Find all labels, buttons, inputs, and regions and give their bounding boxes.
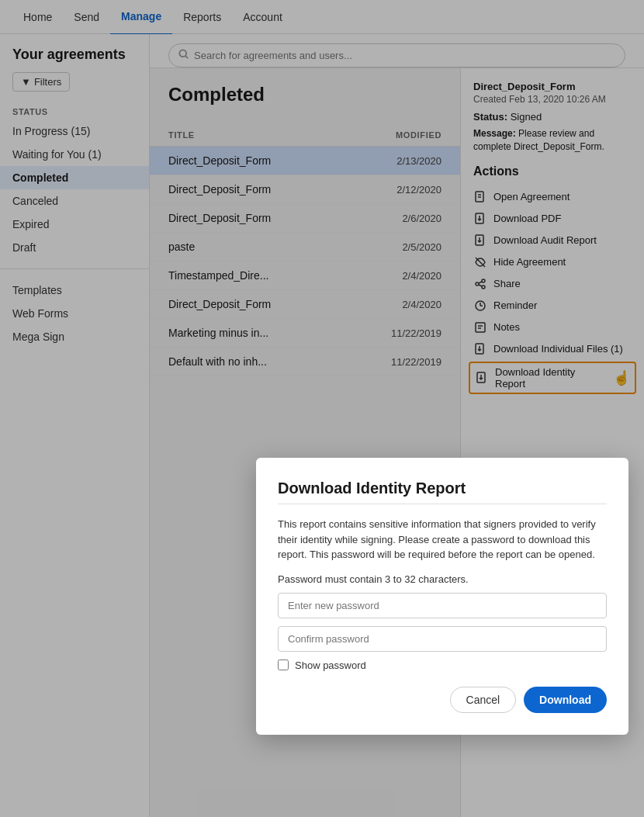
show-password-checkbox[interactable]	[278, 659, 289, 670]
cancel-button[interactable]: Cancel	[450, 687, 517, 713]
show-password-row: Show password	[278, 659, 607, 671]
confirm-password-input[interactable]	[278, 626, 607, 652]
show-password-label: Show password	[295, 659, 366, 671]
download-button[interactable]: Download	[524, 687, 607, 713]
modal-description: This report contains sensitive informati…	[278, 517, 607, 563]
modal-divider	[278, 504, 607, 504]
download-identity-modal: Download Identity Report This report con…	[256, 458, 628, 735]
modal-pwd-hint: Password must contain 3 to 32 characters…	[278, 573, 607, 585]
modal-buttons: Cancel Download	[278, 687, 607, 713]
modal-title: Download Identity Report	[278, 479, 607, 497]
new-password-input[interactable]	[278, 593, 607, 618]
